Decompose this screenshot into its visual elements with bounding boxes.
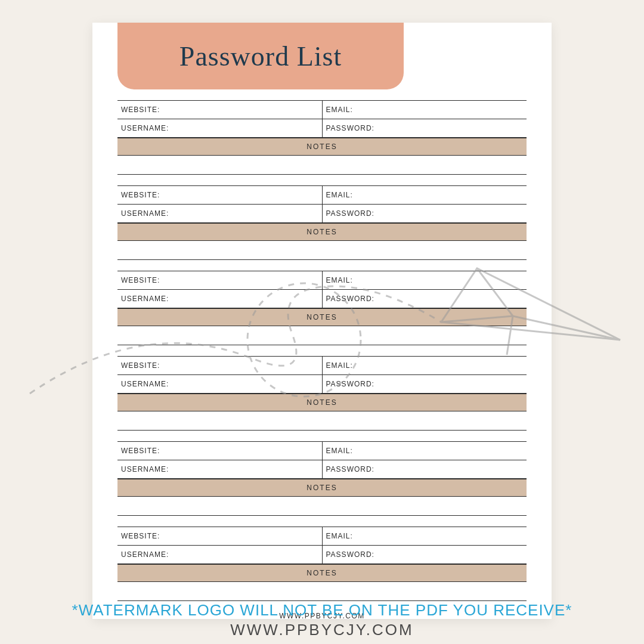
page-title: Password List bbox=[179, 41, 342, 72]
password-entry: WEBSITE:EMAIL:USERNAME:PASSWORD:NOTES bbox=[117, 356, 527, 431]
notes-label: NOTES bbox=[117, 308, 527, 326]
website-label: WEBSITE: bbox=[117, 271, 322, 289]
caption-watermark-note: *WATERMARK LOGO WILL NOT BE ON THE PDF Y… bbox=[0, 601, 644, 620]
password-entry: WEBSITE:EMAIL:USERNAME:PASSWORD:NOTES bbox=[117, 100, 527, 175]
notes-line bbox=[117, 156, 527, 175]
username-label: USERNAME: bbox=[117, 460, 322, 478]
notes-label: NOTES bbox=[117, 138, 527, 156]
document-page: Password List WEBSITE:EMAIL:USERNAME:PAS… bbox=[92, 23, 552, 619]
notes-line bbox=[117, 241, 527, 260]
notes-line bbox=[117, 582, 527, 601]
password-label: PASSWORD: bbox=[322, 375, 527, 393]
website-label: WEBSITE: bbox=[117, 357, 322, 374]
username-label: USERNAME: bbox=[117, 119, 322, 137]
password-label: PASSWORD: bbox=[322, 546, 527, 564]
password-entry: WEBSITE:EMAIL:USERNAME:PASSWORD:NOTES bbox=[117, 527, 527, 601]
password-entry: WEBSITE:EMAIL:USERNAME:PASSWORD:NOTES bbox=[117, 271, 527, 345]
username-label: USERNAME: bbox=[117, 205, 322, 222]
email-label: EMAIL: bbox=[322, 357, 527, 374]
website-label: WEBSITE: bbox=[117, 186, 322, 204]
email-label: EMAIL: bbox=[322, 271, 527, 289]
website-label: WEBSITE: bbox=[117, 442, 322, 460]
email-label: EMAIL: bbox=[322, 442, 527, 460]
password-label: PASSWORD: bbox=[322, 460, 527, 478]
password-entry: WEBSITE:EMAIL:USERNAME:PASSWORD:NOTES bbox=[117, 441, 527, 516]
email-label: EMAIL: bbox=[322, 186, 527, 204]
title-banner: Password List bbox=[117, 23, 404, 89]
caption-url: WWW.PPBYCJY.COM bbox=[0, 621, 644, 639]
notes-label: NOTES bbox=[117, 479, 527, 497]
email-label: EMAIL: bbox=[322, 101, 527, 119]
password-label: PASSWORD: bbox=[322, 290, 527, 308]
notes-label: NOTES bbox=[117, 564, 527, 582]
website-label: WEBSITE: bbox=[117, 101, 322, 119]
email-label: EMAIL: bbox=[322, 527, 527, 545]
username-label: USERNAME: bbox=[117, 375, 322, 393]
password-label: PASSWORD: bbox=[322, 119, 527, 137]
password-label: PASSWORD: bbox=[322, 205, 527, 222]
notes-label: NOTES bbox=[117, 394, 527, 411]
notes-line bbox=[117, 497, 527, 516]
username-label: USERNAME: bbox=[117, 290, 322, 308]
username-label: USERNAME: bbox=[117, 546, 322, 564]
password-entry: WEBSITE:EMAIL:USERNAME:PASSWORD:NOTES bbox=[117, 185, 527, 260]
entries-container: WEBSITE:EMAIL:USERNAME:PASSWORD:NOTESWEB… bbox=[117, 100, 527, 601]
notes-line bbox=[117, 326, 527, 345]
caption-block: *WATERMARK LOGO WILL NOT BE ON THE PDF Y… bbox=[0, 601, 644, 639]
notes-label: NOTES bbox=[117, 223, 527, 241]
website-label: WEBSITE: bbox=[117, 527, 322, 545]
notes-line bbox=[117, 411, 527, 431]
